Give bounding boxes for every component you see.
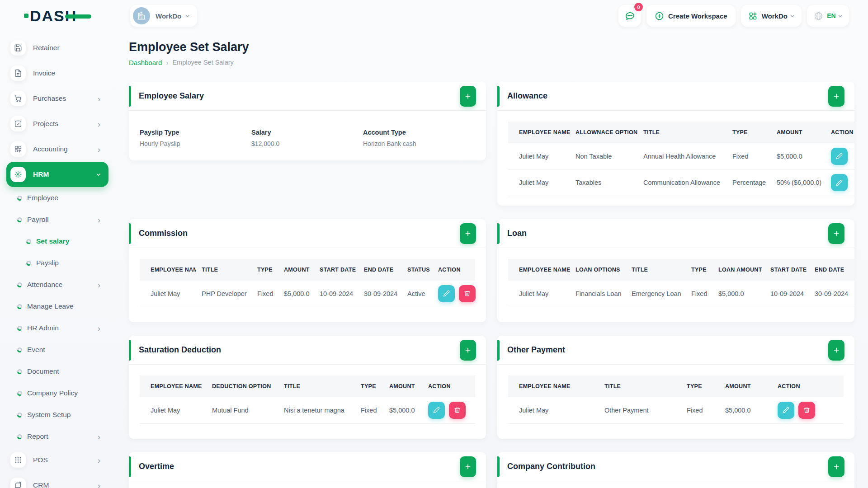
table-cell: Taxables <box>570 169 638 196</box>
column-header: ACTION <box>423 375 475 397</box>
field-value: Hourly Payslip <box>140 140 251 147</box>
commission-card: Commission EMPLOYEE NAMETITLETYPEAMOUNTS… <box>129 219 486 322</box>
sidebar-item-system-setup[interactable]: System Setup <box>0 404 108 426</box>
edit-button[interactable] <box>428 402 445 419</box>
sidebar-item-label: Document <box>27 367 59 375</box>
action-cell <box>826 143 854 169</box>
other-payment-card: Other Payment EMPLOYEE NAMETITLETYPEAMOU… <box>497 336 854 439</box>
sidebar-item-label: Retainer <box>33 44 60 52</box>
plus-circle-icon <box>655 11 664 21</box>
table-cell: Fixed <box>727 143 771 169</box>
grid-plus-icon <box>10 141 26 157</box>
sidebar-item-event[interactable]: Event <box>0 339 108 361</box>
sidebar-item-projects[interactable]: Projects › <box>0 111 108 136</box>
add-button[interactable] <box>828 86 844 107</box>
sidebar-item-crm[interactable]: CRM › <box>0 473 108 488</box>
chevron-right-icon: › <box>98 94 100 103</box>
chevron-down-icon: › <box>94 173 103 176</box>
delete-button[interactable] <box>459 285 476 302</box>
card-accent <box>129 223 131 244</box>
column-header: TITLE <box>196 259 252 281</box>
hrm-people-icon <box>10 167 26 182</box>
column-header: TYPE <box>252 259 278 281</box>
add-button[interactable] <box>460 86 476 107</box>
sidebar-item-label: Employee <box>27 194 58 202</box>
sidebar-item-hr-admin[interactable]: HR Admin› <box>0 317 108 339</box>
invoice-document-icon <box>10 66 26 81</box>
field-label: Payslip Type <box>140 129 251 136</box>
sidebar-item-company-policy[interactable]: Company Policy <box>0 382 108 404</box>
column-header: AMOUNT <box>720 375 772 397</box>
sidebar-item-set-salary[interactable]: Set salary <box>0 230 108 252</box>
add-button[interactable] <box>460 340 476 361</box>
field-value: Horizon Bank cash <box>363 140 475 147</box>
dots-grid-icon <box>10 452 26 468</box>
add-button[interactable] <box>828 456 844 477</box>
bullet-icon <box>17 434 22 439</box>
edit-button[interactable] <box>778 402 794 419</box>
sidebar-item-payroll[interactable]: Payroll› <box>0 209 108 230</box>
table-cell: Annual Health Allowance <box>638 143 727 169</box>
column-header: AMOUNT <box>384 375 423 397</box>
table-cell: PHP Developer <box>196 281 252 307</box>
table-cell: Communication Allowance <box>638 169 727 196</box>
delete-button[interactable] <box>798 402 815 419</box>
edit-button[interactable] <box>831 174 848 191</box>
column-header: TITLE <box>599 375 681 397</box>
workspace-switcher[interactable]: WorkDo › <box>130 5 197 27</box>
table-cell: Juliet May <box>508 143 570 169</box>
sidebar-item-hrm[interactable]: HRM › <box>6 162 108 187</box>
add-button[interactable] <box>460 223 476 244</box>
logo-dot-icon <box>24 14 28 18</box>
card-accent <box>497 86 500 107</box>
card-accent <box>497 456 500 477</box>
create-workspace-button[interactable]: Create Workspace <box>646 5 736 27</box>
column-header: END DATE <box>359 259 402 281</box>
bullet-icon <box>17 282 22 287</box>
sidebar-item-payslip[interactable]: Payslip <box>0 252 108 274</box>
add-button[interactable] <box>828 223 844 244</box>
column-header: AMOUNT <box>771 122 826 143</box>
table-cell: 10-09-2024 <box>314 281 359 307</box>
breadcrumb-current: Employee Set Salary <box>172 59 233 66</box>
sidebar-item-employee[interactable]: Employee <box>0 187 108 209</box>
breadcrumb-dashboard-link[interactable]: Dashboard <box>129 59 162 66</box>
card-title: Saturation Deduction <box>139 345 460 355</box>
card-title: Commission <box>139 229 460 238</box>
edit-button[interactable] <box>831 148 848 165</box>
chat-button[interactable]: 0 <box>618 5 641 27</box>
sidebar-item-pos[interactable]: POS › <box>0 447 108 473</box>
column-header: EMPLOYEE NAME <box>508 375 599 397</box>
add-button[interactable] <box>828 340 844 361</box>
table-cell: $5,000.0 <box>713 281 765 307</box>
chevron-right-icon: › <box>98 456 100 465</box>
sidebar-item-label: HR Admin <box>27 324 59 332</box>
column-header: ALLOWNACE OPTION <box>570 122 638 143</box>
table-cell: Juliet May <box>508 169 570 196</box>
column-header: TITLE <box>638 122 727 143</box>
sidebar-item-retainer[interactable]: Retainer <box>0 35 108 61</box>
language-selector[interactable]: EN › <box>807 5 849 27</box>
sidebar-item-report[interactable]: Report› <box>0 426 108 447</box>
sidebar-item-document[interactable]: Document <box>0 361 108 382</box>
globe-icon <box>814 11 823 21</box>
sidebar-item-invoice[interactable]: Invoice <box>0 61 108 86</box>
card-title: Other Payment <box>507 345 828 355</box>
apps-menu-button[interactable]: WorkDo › <box>741 5 802 27</box>
app-logo[interactable]: DASH <box>30 7 102 25</box>
edit-button[interactable] <box>438 285 455 302</box>
sidebar-item-label: Report <box>27 432 48 441</box>
add-button[interactable] <box>460 456 476 477</box>
table-cell: $5,000.0 <box>720 397 772 423</box>
table-cell: Active <box>402 281 433 307</box>
table-cell: Juliet May <box>508 281 570 307</box>
bullet-icon <box>17 326 22 331</box>
table-cell: Juliet May <box>140 281 196 307</box>
sidebar-item-manage-leave[interactable]: Manage Leave <box>0 296 108 317</box>
sidebar-item-attendance[interactable]: Attendance› <box>0 274 108 296</box>
saturation-deduction-table: EMPLOYEE NAMEDEDUCTION OPTIONTITLETYPEAM… <box>140 375 475 424</box>
delete-button[interactable] <box>449 402 466 419</box>
sidebar-item-accounting[interactable]: Accounting › <box>0 136 108 162</box>
table-cell: 50% ($6,000.0) <box>771 169 826 196</box>
sidebar-item-purchases[interactable]: Purchases › <box>0 86 108 111</box>
